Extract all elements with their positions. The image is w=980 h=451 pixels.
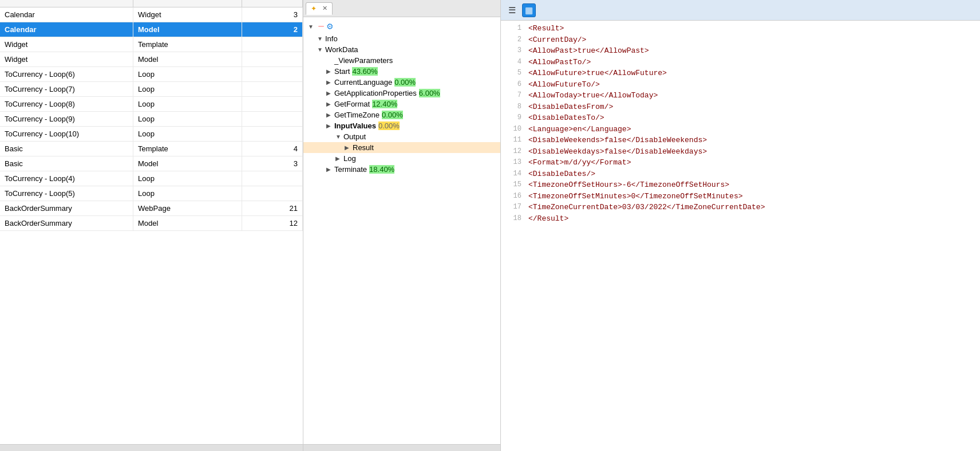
line-number: 1 <box>505 23 521 34</box>
middle-scrollbar[interactable] <box>303 444 500 451</box>
node-label: WorkData <box>325 45 358 54</box>
xml-line: 10 <Language>en</Language> <box>501 124 980 135</box>
tree-node-row[interactable]: ▶ Log <box>303 153 500 164</box>
xml-content: <DisableDates/> <box>528 168 975 180</box>
xml-area[interactable]: 1<Result>2 <CurrentDay/>3 <AllowPast>tru… <box>501 21 980 451</box>
xml-content: <Language>en</Language> <box>528 124 975 135</box>
table-row[interactable]: ToCurrency - Loop(8) Loop <box>0 97 303 112</box>
gear-icon[interactable]: ⚙ <box>326 22 334 31</box>
xml-content: <AllowPastTo/> <box>528 57 975 68</box>
table-row[interactable]: ToCurrency - Loop(5) Loop <box>0 186 303 201</box>
tree-node-row[interactable]: ▶ CurrentLanguage 0.00% <box>303 77 500 88</box>
xml-content: <Format>m/d/yy</Format> <box>528 157 975 168</box>
node-label: CurrentLanguage <box>334 78 392 87</box>
row-name: Calendar <box>0 22 133 37</box>
table-row[interactable]: BackOrderSummary WebPage 21 <box>0 201 303 216</box>
node-label: Start <box>334 67 350 76</box>
tree-node-row[interactable]: ▶ GetApplicationProperties 6.00% <box>303 88 500 99</box>
xml-content: <AllowToday>true</AllowToday> <box>528 90 975 101</box>
node-caret[interactable]: ▶ <box>326 68 332 74</box>
xml-line: 9 <DisableDatesTo/> <box>501 112 980 124</box>
xml-line: 18</Result> <box>501 213 980 225</box>
node-label: GetApplicationProperties <box>334 89 417 97</box>
tree-node-row[interactable]: ▶ GetTimeZone 0.00% <box>303 109 500 120</box>
table-row[interactable]: Basic Model 3 <box>0 156 303 171</box>
calendar-tab[interactable]: ✦ ✕ <box>306 2 333 15</box>
node-caret[interactable]: ▶ <box>326 101 332 107</box>
node-caret[interactable]: ▼ <box>335 134 341 140</box>
row-type: Model <box>133 156 242 171</box>
node-caret[interactable]: ▶ <box>326 123 332 129</box>
row-name: Widget <box>0 52 133 67</box>
row-type: Model <box>133 216 242 231</box>
list-view-button[interactable]: ☰ <box>505 3 519 17</box>
tree-root[interactable]: ▼ ⚙ <box>303 19 500 33</box>
row-type: Loop <box>133 127 242 142</box>
object-table: Calendar Widget 3 Calendar Model 2 Widge… <box>0 0 303 231</box>
xml-line: 13 <Format>m/d/yy</Format> <box>501 157 980 168</box>
table-row[interactable]: ToCurrency - Loop(6) Loop <box>0 67 303 82</box>
node-caret[interactable]: ▶ <box>326 90 332 96</box>
line-number: 7 <box>505 90 521 101</box>
table-row[interactable]: Calendar Widget 3 <box>0 7 303 22</box>
tree-node-row[interactable]: ▶ Result <box>303 142 500 153</box>
xml-content: <TimezoneOffSetMinutes>0</TimezoneOffSet… <box>528 191 975 202</box>
tree-node-row[interactable]: ▶ InputValues 0.00% <box>303 120 500 131</box>
tree-node-row[interactable]: ▼ Output <box>303 131 500 142</box>
table-row[interactable]: BackOrderSummary Model 12 <box>0 216 303 231</box>
node-badge: 18.40% <box>369 165 394 174</box>
table-row[interactable]: ToCurrency - Loop(7) Loop <box>0 82 303 97</box>
tree-node-row[interactable]: ▼ WorkData <box>303 44 500 55</box>
node-caret[interactable]: ▶ <box>326 112 332 118</box>
tab-star-icon: ✦ <box>311 5 317 13</box>
table-row[interactable]: Calendar Model 2 <box>0 22 303 37</box>
table-row[interactable]: Widget Template <box>0 37 303 52</box>
row-duration: 12 <box>242 216 303 231</box>
row-type: Widget <box>133 7 242 22</box>
table-row[interactable]: Basic Template 4 <box>0 142 303 156</box>
xml-content: <DisableDatesTo/> <box>528 112 975 124</box>
node-badge: 12.40% <box>372 100 397 108</box>
line-number: 15 <box>505 179 521 191</box>
tree-area[interactable]: ▼ ⚙ ▼ Info ▼ WorkData _ViewParameters ▶ … <box>303 17 500 444</box>
row-type: Model <box>133 22 242 37</box>
row-duration <box>242 127 303 142</box>
tree-node-row[interactable]: ▼ Info <box>303 33 500 44</box>
node-label: GetFormat <box>334 100 370 108</box>
tree-node-row[interactable]: _ViewParameters <box>303 55 500 66</box>
row-duration: 3 <box>242 7 303 22</box>
root-caret[interactable]: ▼ <box>308 23 314 30</box>
table-row[interactable]: ToCurrency - Loop(10) Loop <box>0 127 303 142</box>
xml-content: <TimezoneOffSetHours>-6</TimezoneOffSetH… <box>528 179 975 191</box>
row-name: ToCurrency - Loop(5) <box>0 186 133 201</box>
xml-line: 14 <DisableDates/> <box>501 168 980 180</box>
node-caret[interactable]: ▶ <box>326 166 332 172</box>
table-row[interactable]: Widget Model <box>0 52 303 67</box>
node-caret[interactable]: ▶ <box>345 144 350 151</box>
xml-line: 17 <TimeZoneCurrentDate>03/03/2022</Time… <box>501 202 980 213</box>
row-type: Loop <box>133 97 242 112</box>
line-number: 11 <box>505 135 521 146</box>
tree-node-row[interactable]: ▶ Terminate 18.40% <box>303 164 500 175</box>
object-table-scroll[interactable]: Calendar Widget 3 Calendar Model 2 Widge… <box>0 0 303 444</box>
xml-line: 4 <AllowPastTo/> <box>501 57 980 68</box>
table-view-button[interactable]: ▦ <box>522 3 536 17</box>
node-label: Info <box>325 34 338 43</box>
left-scrollbar[interactable] <box>0 444 303 451</box>
node-caret[interactable]: ▶ <box>335 155 341 162</box>
row-name: ToCurrency - Loop(4) <box>0 171 133 186</box>
tree-node-row[interactable]: ▶ Start 43.60% <box>303 66 500 77</box>
node-caret[interactable]: ▼ <box>317 46 323 53</box>
line-number: 8 <box>505 101 521 113</box>
node-caret[interactable]: ▶ <box>326 79 332 85</box>
table-row[interactable]: ToCurrency - Loop(4) Loop <box>0 171 303 186</box>
node-caret[interactable]: ▼ <box>317 36 323 42</box>
tree-node-row[interactable]: ▶ GetFormat 12.40% <box>303 99 500 109</box>
table-row[interactable]: ToCurrency - Loop(9) Loop <box>0 112 303 127</box>
row-name: ToCurrency - Loop(8) <box>0 97 133 112</box>
node-label: GetTimeZone <box>334 111 380 119</box>
tab-close-icon[interactable]: ✕ <box>322 5 327 12</box>
xml-content: <Result> <box>528 23 975 34</box>
row-name: Calendar <box>0 7 133 22</box>
row-type: Model <box>133 52 242 67</box>
